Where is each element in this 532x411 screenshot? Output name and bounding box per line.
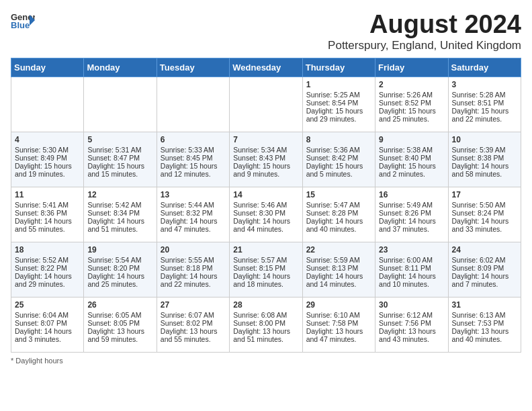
- day-info: Sunrise: 5:55 AM: [161, 256, 226, 264]
- day-info: Sunrise: 5:36 AM: [306, 146, 371, 154]
- day-info: Sunrise: 5:26 AM: [379, 91, 444, 99]
- calendar-cell: 15Sunrise: 5:47 AMSunset: 8:28 PMDayligh…: [302, 187, 375, 242]
- day-info: Daylight: 14 hours and 7 minutes.: [452, 272, 517, 288]
- day-info: Daylight: 13 hours and 51 minutes.: [233, 327, 298, 343]
- day-number: 17: [452, 190, 517, 199]
- calendar-day-header: Friday: [375, 58, 448, 77]
- day-info: Sunset: 8:24 PM: [452, 209, 517, 217]
- day-number: 4: [15, 135, 80, 144]
- day-info: Sunset: 8:51 PM: [452, 99, 517, 107]
- day-info: Daylight: 14 hours and 44 minutes.: [233, 217, 298, 233]
- day-info: Daylight: 13 hours and 47 minutes.: [306, 327, 371, 343]
- day-info: Sunrise: 5:44 AM: [161, 201, 226, 209]
- day-info: Daylight: 13 hours and 59 minutes.: [87, 327, 152, 343]
- day-info: Sunset: 8:20 PM: [87, 264, 152, 272]
- daylight-hours-label: Daylight hours: [15, 357, 62, 365]
- day-info: Sunrise: 6:10 AM: [306, 311, 371, 319]
- calendar-cell: 4Sunrise: 5:30 AMSunset: 8:49 PMDaylight…: [11, 132, 84, 187]
- day-info: Sunset: 8:38 PM: [452, 154, 517, 162]
- day-info: Daylight: 14 hours and 29 minutes.: [15, 272, 80, 288]
- day-info: Sunrise: 6:13 AM: [452, 311, 517, 319]
- calendar-week-row: 18Sunrise: 5:52 AMSunset: 8:22 PMDayligh…: [11, 242, 521, 297]
- day-info: Daylight: 15 hours and 2 minutes.: [379, 162, 444, 178]
- logo: General Blue: [11, 11, 35, 30]
- day-info: Daylight: 15 hours and 19 minutes.: [15, 162, 80, 178]
- day-number: 31: [452, 300, 517, 310]
- day-info: Sunrise: 5:49 AM: [379, 201, 444, 209]
- day-number: 30: [379, 300, 444, 310]
- day-info: Sunset: 8:09 PM: [452, 264, 517, 272]
- day-info: Sunrise: 5:30 AM: [15, 146, 80, 154]
- day-number: 2: [379, 80, 444, 89]
- day-info: Daylight: 14 hours and 22 minutes.: [161, 272, 226, 288]
- calendar-week-row: 4Sunrise: 5:30 AMSunset: 8:49 PMDaylight…: [11, 132, 521, 187]
- day-info: Sunset: 8:54 PM: [306, 99, 371, 107]
- calendar-cell: 27Sunrise: 6:07 AMSunset: 8:02 PMDayligh…: [157, 297, 229, 352]
- title-block: August 2024 Potterspury, England, United…: [328, 11, 521, 52]
- day-info: Sunset: 8:26 PM: [379, 209, 444, 217]
- day-number: 6: [161, 135, 226, 144]
- day-number: 23: [379, 245, 444, 255]
- calendar-week-row: 11Sunrise: 5:41 AMSunset: 8:36 PMDayligh…: [11, 187, 521, 242]
- day-info: Sunset: 7:56 PM: [379, 319, 444, 327]
- day-info: Sunset: 8:02 PM: [161, 319, 226, 327]
- calendar-cell: 17Sunrise: 5:50 AMSunset: 8:24 PMDayligh…: [448, 187, 521, 242]
- day-info: Sunrise: 5:57 AM: [233, 256, 298, 264]
- day-info: Sunrise: 5:42 AM: [87, 201, 152, 209]
- day-number: 19: [87, 245, 152, 255]
- day-number: 14: [233, 190, 298, 199]
- day-info: Sunrise: 6:00 AM: [379, 256, 444, 264]
- day-info: Daylight: 14 hours and 10 minutes.: [379, 272, 444, 288]
- day-info: Sunset: 8:52 PM: [379, 99, 444, 107]
- day-info: Sunset: 8:28 PM: [306, 209, 371, 217]
- day-number: 13: [161, 190, 226, 199]
- day-number: 21: [233, 245, 298, 255]
- calendar-cell: 31Sunrise: 6:13 AMSunset: 7:53 PMDayligh…: [448, 297, 521, 352]
- day-info: Sunrise: 5:54 AM: [87, 256, 152, 264]
- calendar-day-header: Monday: [84, 58, 157, 77]
- day-info: Sunrise: 5:39 AM: [452, 146, 517, 154]
- day-number: 27: [161, 300, 226, 310]
- day-info: Daylight: 14 hours and 47 minutes.: [161, 217, 226, 233]
- calendar-cell: 28Sunrise: 6:08 AMSunset: 8:00 PMDayligh…: [230, 297, 302, 352]
- day-info: Daylight: 14 hours and 51 minutes.: [87, 217, 152, 233]
- day-info: Daylight: 14 hours and 40 minutes.: [306, 217, 371, 233]
- calendar-table: SundayMondayTuesdayWednesdayThursdayFrid…: [11, 58, 521, 353]
- day-info: Sunrise: 5:59 AM: [306, 256, 371, 264]
- day-info: Daylight: 13 hours and 40 minutes.: [452, 327, 517, 343]
- calendar-cell: [230, 77, 302, 132]
- day-info: Daylight: 14 hours and 55 minutes.: [15, 217, 80, 233]
- calendar-cell: 12Sunrise: 5:42 AMSunset: 8:34 PMDayligh…: [84, 187, 157, 242]
- day-info: Sunset: 8:05 PM: [87, 319, 152, 327]
- day-info: Sunset: 7:58 PM: [306, 319, 371, 327]
- day-info: Daylight: 15 hours and 22 minutes.: [452, 107, 517, 123]
- calendar-cell: 11Sunrise: 5:41 AMSunset: 8:36 PMDayligh…: [11, 187, 84, 242]
- day-info: Daylight: 14 hours and 37 minutes.: [379, 217, 444, 233]
- day-info: Sunset: 8:07 PM: [15, 319, 80, 327]
- calendar-cell: 14Sunrise: 5:46 AMSunset: 8:30 PMDayligh…: [230, 187, 302, 242]
- day-number: 8: [306, 135, 371, 144]
- day-info: Sunset: 8:45 PM: [161, 154, 226, 162]
- calendar-cell: [84, 77, 157, 132]
- day-info: Sunset: 8:47 PM: [87, 154, 152, 162]
- calendar-cell: 18Sunrise: 5:52 AMSunset: 8:22 PMDayligh…: [11, 242, 84, 297]
- calendar-week-row: 1Sunrise: 5:25 AMSunset: 8:54 PMDaylight…: [11, 77, 521, 132]
- day-info: Sunrise: 5:34 AM: [233, 146, 298, 154]
- day-info: Daylight: 15 hours and 12 minutes.: [161, 162, 226, 178]
- calendar-week-row: 25Sunrise: 6:04 AMSunset: 8:07 PMDayligh…: [11, 297, 521, 352]
- day-info: Sunrise: 6:12 AM: [379, 311, 444, 319]
- calendar-day-header: Sunday: [11, 58, 84, 77]
- day-info: Sunrise: 5:38 AM: [379, 146, 444, 154]
- day-info: Daylight: 15 hours and 5 minutes.: [306, 162, 371, 178]
- day-info: Sunrise: 5:46 AM: [233, 201, 298, 209]
- day-number: 7: [233, 135, 298, 144]
- day-info: Sunset: 8:00 PM: [233, 319, 298, 327]
- day-info: Sunrise: 6:02 AM: [452, 256, 517, 264]
- calendar-day-header: Saturday: [448, 58, 521, 77]
- calendar-cell: 23Sunrise: 6:00 AMSunset: 8:11 PMDayligh…: [375, 242, 448, 297]
- calendar-day-header: Thursday: [302, 58, 375, 77]
- month-year-title: August 2024: [328, 11, 521, 39]
- day-info: Daylight: 15 hours and 15 minutes.: [87, 162, 152, 178]
- day-info: Sunrise: 6:04 AM: [15, 311, 80, 319]
- footer-note: * Daylight hours: [11, 357, 521, 365]
